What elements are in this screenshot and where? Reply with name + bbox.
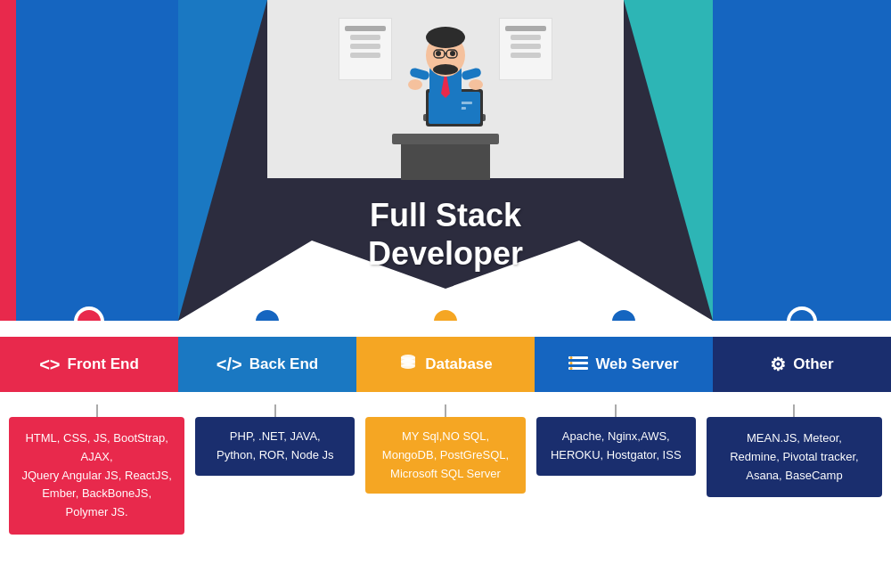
svg-rect-19	[461, 67, 482, 80]
card-database: MY Sql,NO SQL, MongoDB, PostGreSQL, Micr…	[365, 417, 525, 494]
other-icon: ⚙	[770, 354, 786, 375]
svg-point-21	[469, 79, 483, 90]
svg-point-13	[436, 51, 441, 56]
content-cards-area: HTML, CSS, JS, BootStrap, AJAX, JQuery A…	[0, 392, 891, 535]
svg-point-14	[450, 51, 455, 56]
line-webserver-1	[615, 404, 617, 417]
svg-point-32	[570, 367, 573, 370]
doc-right	[499, 18, 552, 80]
circles-row	[0, 306, 891, 321]
svg-point-11	[426, 27, 465, 48]
cat-backend[interactable]: </> Back End	[178, 337, 356, 392]
svg-point-31	[570, 362, 573, 364]
category-bar: <> Front End </> Back End Database	[0, 337, 891, 392]
card-frontend: HTML, CSS, JS, BootStrap, AJAX, JQuery A…	[9, 417, 184, 535]
title-section: Full Stack Developer	[267, 196, 624, 273]
main-title: Full Stack Developer	[267, 196, 624, 273]
cat-other[interactable]: ⚙ Other	[713, 337, 891, 392]
svg-point-20	[408, 79, 422, 90]
backend-label: Back End	[249, 355, 318, 373]
cat-database[interactable]: Database	[356, 337, 535, 392]
svg-rect-1	[401, 144, 490, 180]
bar-red	[0, 0, 16, 321]
svg-point-30	[570, 356, 573, 359]
developer-illustration	[267, 0, 624, 196]
cat-webserver[interactable]: Web Server	[535, 337, 713, 392]
frontend-icon: <>	[39, 355, 60, 375]
svg-point-26	[401, 363, 415, 369]
cat-frontend[interactable]: <> Front End	[0, 337, 178, 392]
svg-rect-0	[392, 134, 499, 144]
circle-database	[356, 306, 535, 321]
other-label: Other	[793, 355, 833, 373]
backend-icon: </>	[217, 355, 242, 375]
bar-blue-left	[16, 0, 178, 321]
line-backend-1	[274, 404, 276, 417]
other-column: MEAN.JS, Meteor, Redmine, Pivotal tracke…	[701, 404, 887, 497]
card-backend-top: PHP, .NET, JAVA, Python, ROR, Node Js	[195, 417, 355, 476]
svg-point-12	[433, 64, 458, 75]
frontend-column: HTML, CSS, JS, BootStrap, AJAX, JQuery A…	[4, 404, 190, 535]
circle-backend	[178, 306, 356, 321]
circle-dot-navy	[787, 306, 817, 321]
frontend-label: Front End	[68, 355, 139, 373]
database-icon	[398, 353, 418, 377]
circle-other	[713, 306, 891, 321]
circle-dot-red	[74, 306, 104, 321]
webserver-label: Web Server	[595, 355, 678, 373]
circle-dot-blue	[252, 306, 282, 321]
circle-frontend	[0, 306, 178, 321]
card-other: MEAN.JS, Meteor, Redmine, Pivotal tracke…	[707, 417, 882, 497]
circle-dot-cyan	[609, 306, 639, 321]
database-label: Database	[425, 355, 493, 373]
person-svg	[374, 18, 517, 196]
circle-dot-yellow	[430, 306, 461, 321]
line-other-1	[793, 404, 795, 417]
card-webserver-top: Apache, Nginx,AWS, HEROKU, Hostgator, IS…	[536, 417, 696, 476]
circle-webserver	[535, 306, 713, 321]
webserver-icon	[568, 355, 588, 375]
line-frontend-1	[96, 404, 98, 417]
bar-blue-right	[713, 0, 891, 321]
backend-column: PHP, .NET, JAVA, Python, ROR, Node Js	[190, 404, 360, 476]
database-column: MY Sql,NO SQL, MongoDB, PostGreSQL, Micr…	[360, 404, 530, 494]
svg-rect-18	[409, 67, 430, 80]
line-database-1	[445, 404, 446, 417]
webserver-column: Apache, Nginx,AWS, HEROKU, Hostgator, IS…	[531, 404, 701, 476]
top-illustration-area: Full Stack Developer	[0, 0, 891, 321]
main-container: Full Stack Developer <>	[0, 0, 891, 588]
doc-left	[339, 18, 392, 80]
